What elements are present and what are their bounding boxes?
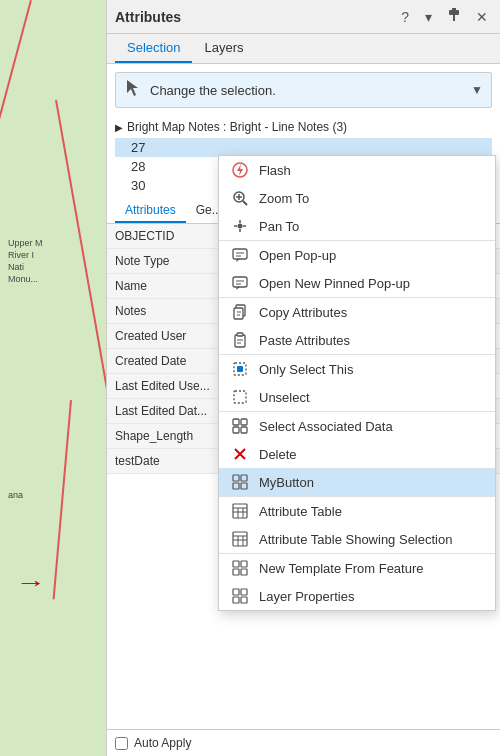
ctx-label-open-popup: Open Pop-up (259, 248, 483, 263)
ctx-icon-flash (231, 161, 249, 179)
svg-rect-2 (453, 15, 455, 21)
svg-rect-30 (233, 419, 239, 425)
ctx-icon-mybutton (231, 473, 249, 491)
ctx-item-only-select[interactable]: Only Select This (219, 354, 495, 383)
ctx-item-new-template[interactable]: New Template From Feature (219, 553, 495, 582)
svg-rect-53 (241, 569, 247, 575)
minimize-icon[interactable]: ▾ (421, 7, 436, 27)
svg-rect-54 (233, 589, 239, 595)
red-arrow-indicator: → (16, 570, 47, 596)
map-label-monu: Monu... (8, 274, 38, 284)
svg-marker-5 (237, 164, 243, 176)
dropdown-text: Change the selection. (150, 83, 471, 98)
panel-icons: ? ▾ ✕ (397, 6, 492, 27)
ctx-icon-pan-to (231, 217, 249, 235)
tab-layers[interactable]: Layers (192, 34, 255, 63)
cursor-icon (124, 79, 142, 101)
ctx-item-zoom-to[interactable]: Zoom To (219, 184, 495, 212)
map-label-upper: Upper M (8, 238, 43, 248)
ctx-label-unselect: Unselect (259, 390, 483, 405)
svg-rect-55 (241, 589, 247, 595)
ctx-icon-select-associated (231, 417, 249, 435)
dropdown-arrow-icon: ▼ (471, 83, 483, 97)
ctx-item-select-associated[interactable]: Select Associated Data (219, 411, 495, 440)
svg-rect-1 (449, 10, 459, 15)
svg-rect-32 (233, 427, 239, 433)
svg-rect-57 (241, 597, 247, 603)
svg-rect-50 (233, 561, 239, 567)
ctx-item-open-popup[interactable]: Open Pop-up (219, 240, 495, 269)
ctx-item-copy-attributes[interactable]: Copy Attributes (219, 297, 495, 326)
svg-rect-0 (452, 8, 456, 10)
ctx-label-pan-to: Pan To (259, 219, 483, 234)
ctx-icon-new-template (231, 559, 249, 577)
ctx-icon-paste-attributes (231, 331, 249, 349)
svg-rect-11 (233, 249, 247, 259)
ctx-label-copy-attributes: Copy Attributes (259, 305, 483, 320)
map-label-river: River I (8, 250, 34, 260)
ctx-item-unselect[interactable]: Unselect (219, 383, 495, 411)
svg-rect-28 (237, 366, 243, 372)
ctx-label-zoom-to: Zoom To (259, 191, 483, 206)
tab-selection[interactable]: Selection (115, 34, 192, 63)
map-label-ana: ana (8, 490, 23, 500)
ctx-icon-zoom-to (231, 189, 249, 207)
svg-rect-56 (233, 597, 239, 603)
svg-rect-20 (234, 308, 243, 319)
help-icon[interactable]: ? (397, 7, 413, 27)
svg-rect-40 (233, 504, 247, 518)
map-background: Upper M River I Nati Monu... ana → (0, 0, 106, 756)
ctx-item-mybutton[interactable]: MyButton (219, 468, 495, 496)
ctx-icon-open-popup (231, 246, 249, 264)
ctx-label-delete: Delete (259, 447, 483, 462)
ctx-icon-only-select (231, 360, 249, 378)
svg-marker-3 (127, 80, 138, 96)
feature-group-header: ▶ Bright Map Notes : Bright - Line Notes… (115, 116, 492, 138)
auto-apply-row: Auto Apply (107, 729, 500, 756)
auto-apply-checkbox[interactable] (115, 737, 128, 750)
ctx-icon-unselect (231, 388, 249, 406)
panel-header: Attributes ? ▾ ✕ (107, 0, 500, 34)
svg-rect-38 (233, 483, 239, 489)
ctx-label-attribute-table: Attribute Table (259, 504, 483, 519)
ctx-label-new-template: New Template From Feature (259, 561, 483, 576)
ctx-item-attribute-table-selection[interactable]: Attribute Table Showing Selection (219, 525, 495, 553)
sub-tab-attributes[interactable]: Attributes (115, 199, 186, 223)
ctx-item-delete[interactable]: Delete (219, 440, 495, 468)
svg-point-10 (238, 224, 243, 229)
svg-rect-33 (241, 427, 247, 433)
expand-arrow-icon[interactable]: ▶ (115, 122, 123, 133)
close-icon[interactable]: ✕ (472, 7, 492, 27)
ctx-icon-copy-attributes (231, 303, 249, 321)
ctx-label-layer-properties: Layer Properties (259, 589, 483, 604)
selection-dropdown[interactable]: Change the selection. ▼ (115, 72, 492, 108)
ctx-label-mybutton: MyButton (259, 475, 483, 490)
svg-rect-45 (233, 532, 247, 546)
ctx-item-flash[interactable]: Flash (219, 156, 495, 184)
ctx-label-open-pinned-popup: Open New Pinned Pop-up (259, 276, 483, 291)
svg-rect-24 (237, 333, 243, 336)
ctx-icon-layer-properties (231, 587, 249, 605)
ctx-item-paste-attributes[interactable]: Paste Attributes (219, 326, 495, 354)
svg-rect-23 (235, 335, 245, 347)
svg-rect-39 (241, 483, 247, 489)
ctx-item-attribute-table[interactable]: Attribute Table (219, 496, 495, 525)
ctx-label-paste-attributes: Paste Attributes (259, 333, 483, 348)
ctx-label-select-associated: Select Associated Data (259, 419, 483, 434)
ctx-icon-open-pinned-popup (231, 274, 249, 292)
svg-rect-29 (234, 391, 246, 403)
ctx-item-pan-to[interactable]: Pan To (219, 212, 495, 240)
context-menu: FlashZoom ToPan ToOpen Pop-upOpen New Pi… (218, 155, 496, 611)
pin-icon[interactable] (444, 6, 464, 27)
ctx-icon-delete (231, 445, 249, 463)
ctx-label-only-select: Only Select This (259, 362, 483, 377)
svg-rect-37 (241, 475, 247, 481)
ctx-item-layer-properties[interactable]: Layer Properties (219, 582, 495, 610)
svg-rect-52 (233, 569, 239, 575)
ctx-item-open-pinned-popup[interactable]: Open New Pinned Pop-up (219, 269, 495, 297)
svg-rect-15 (233, 277, 247, 287)
panel-title: Attributes (115, 9, 181, 25)
ctx-label-attribute-table-selection: Attribute Table Showing Selection (259, 532, 483, 547)
ctx-label-flash: Flash (259, 163, 483, 178)
ctx-icon-attribute-table (231, 502, 249, 520)
